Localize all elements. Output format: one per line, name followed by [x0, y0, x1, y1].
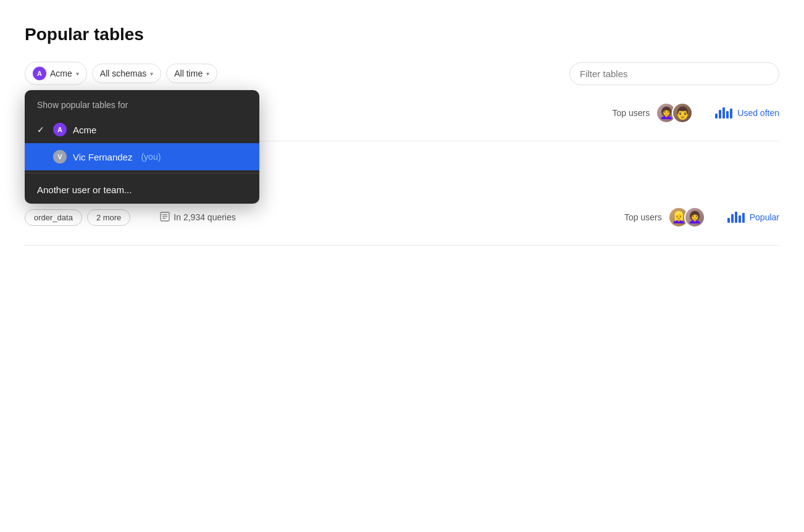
acme-avatar: A — [53, 123, 67, 136]
orders-usage-label: Popular — [750, 212, 779, 222]
time-dropdown-button[interactable]: All time ▾ — [166, 64, 217, 83]
bar-4 — [726, 111, 729, 118]
first-bar-chart-icon — [715, 107, 732, 118]
orders-bar-5 — [742, 213, 745, 223]
orders-top-users-label: Top users — [624, 212, 662, 222]
bar-3 — [722, 107, 725, 118]
filter-input[interactable] — [569, 62, 779, 85]
orders-bar-2 — [731, 214, 734, 223]
dropdown-header: Show popular tables for — [25, 90, 259, 116]
schemas-label: All schemas — [100, 69, 146, 78]
time-chevron-icon: ▾ — [206, 70, 209, 77]
orders-schema-tags: order_data 2 more — [25, 209, 130, 226]
org-dropdown-button[interactable]: A Acme ▾ — [25, 62, 87, 85]
orders-bar-4 — [739, 215, 741, 223]
org-label: Acme — [50, 69, 72, 78]
checkmark-icon: ✓ — [37, 125, 47, 135]
schemas-chevron-icon: ▾ — [150, 70, 153, 77]
orders-user-avatars — [668, 207, 705, 228]
acme-label: Acme — [73, 125, 96, 135]
org-dropdown-menu: Show popular tables for ✓ A Acme V Vic F… — [25, 90, 259, 204]
time-label: All time — [174, 69, 203, 78]
org-chevron-icon: ▾ — [76, 70, 79, 77]
orders-queries-icon — [160, 212, 170, 223]
page-container: Popular tables A Acme ▾ All schemas ▾ Al… — [0, 0, 804, 246]
first-user-avatar-2 — [672, 102, 693, 123]
schemas-dropdown-button[interactable]: All schemas ▾ — [92, 64, 161, 83]
orders-queries-label: In 2,934 queries — [174, 212, 235, 222]
schema-tag-order-data[interactable]: order_data — [25, 209, 82, 226]
first-usage-indicator: Used often — [715, 107, 779, 118]
another-user-item[interactable]: Another user or team... — [25, 176, 259, 204]
dropdown-divider — [25, 173, 259, 173]
orders-top-users-section: Top users — [624, 207, 705, 228]
bar-2 — [719, 110, 721, 118]
first-usage-label: Used often — [737, 108, 779, 118]
first-user-avatars — [656, 102, 693, 123]
orders-user-avatar-2 — [684, 207, 705, 228]
orders-meta-row: order_data 2 more In 2,934 queries — [25, 207, 779, 228]
vic-avatar: V — [53, 150, 67, 164]
first-top-users-section: Top users — [613, 102, 693, 123]
orders-usage-indicator: Popular — [727, 212, 779, 223]
orders-bar-1 — [727, 218, 730, 223]
first-top-users-label: Top users — [613, 108, 650, 118]
orders-bar-chart-icon — [727, 212, 745, 223]
dropdown-item-acme[interactable]: ✓ A Acme — [25, 116, 259, 143]
page-title: Popular tables — [25, 25, 779, 44]
bar-1 — [715, 114, 718, 118]
filter-row: A Acme ▾ All schemas ▾ All time ▾ — [25, 62, 779, 85]
another-user-label: Another user or team... — [37, 185, 132, 195]
filter-input-wrap — [569, 62, 779, 85]
vic-you-label: (you) — [141, 152, 161, 162]
schema-tag-more[interactable]: 2 more — [87, 209, 130, 226]
bar-5 — [730, 109, 732, 118]
toolbar: A Acme ▾ All schemas ▾ All time ▾ Show p… — [25, 62, 779, 85]
orders-bar-3 — [735, 212, 737, 223]
dropdown-item-vic[interactable]: V Vic Fernandez (you) — [25, 143, 259, 170]
vic-label: Vic Fernandez — [73, 152, 132, 162]
org-avatar: A — [33, 67, 46, 80]
orders-queries-info: In 2,934 queries — [160, 212, 283, 223]
